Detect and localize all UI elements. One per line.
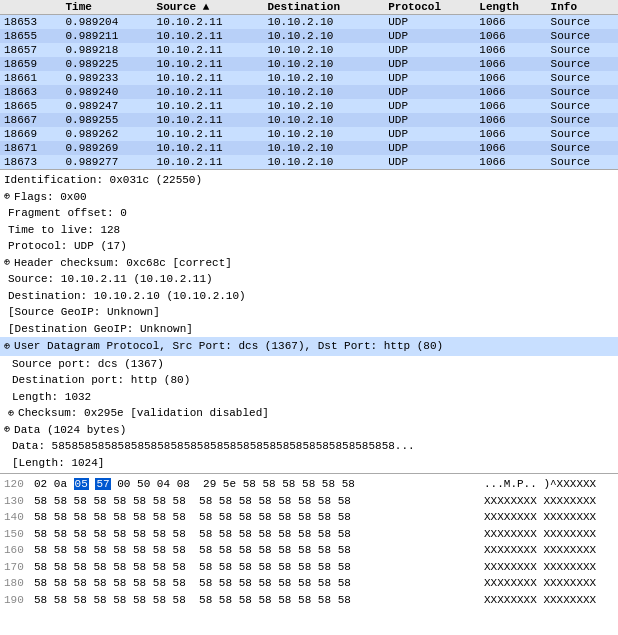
cell-info: Source xyxy=(547,99,618,113)
cell-no: 18669 xyxy=(0,127,61,141)
cell-info: Source xyxy=(547,141,618,155)
cell-no: 18665 xyxy=(0,99,61,113)
cell-protocol: UDP xyxy=(384,141,475,155)
fragment-offset-text: Fragment offset: 0 xyxy=(8,207,127,219)
hex-row: 170 58 58 58 58 58 58 58 58 58 58 58 58 … xyxy=(4,559,614,576)
cell-time: 0.989277 xyxy=(61,155,152,169)
data-value-text: Data: 5858585858585858585858585858585858… xyxy=(12,440,415,452)
cell-protocol: UDP xyxy=(384,57,475,71)
cell-protocol: UDP xyxy=(384,155,475,169)
cell-protocol: UDP xyxy=(384,43,475,57)
length-text: Length: 1032 xyxy=(12,391,91,403)
udp-expand-icon: ⊕ xyxy=(4,339,10,354)
col-source[interactable]: Source ▲ xyxy=(153,0,264,15)
cell-info: Source xyxy=(547,85,618,99)
cell-destination: 10.10.2.10 xyxy=(263,155,384,169)
table-row[interactable]: 18663 0.989240 10.10.2.11 10.10.2.10 UDP… xyxy=(0,85,618,99)
cell-length: 1066 xyxy=(475,85,546,99)
udp-header-line[interactable]: ⊕ User Datagram Protocol, Src Port: dcs … xyxy=(0,337,618,356)
flags-text: Flags: 0x00 xyxy=(14,189,87,206)
hex-bytes: 58 58 58 58 58 58 58 58 58 58 58 58 58 5… xyxy=(34,493,484,510)
cell-source: 10.10.2.11 xyxy=(153,85,264,99)
cell-no: 18663 xyxy=(0,85,61,99)
col-destination[interactable]: Destination xyxy=(263,0,384,15)
cell-time: 0.989233 xyxy=(61,71,152,85)
cell-time: 0.989204 xyxy=(61,15,152,30)
cell-source: 10.10.2.11 xyxy=(153,155,264,169)
hex-bytes: 58 58 58 58 58 58 58 58 58 58 58 58 58 5… xyxy=(34,575,484,592)
cell-protocol: UDP xyxy=(384,71,475,85)
table-row[interactable]: 18661 0.989233 10.10.2.11 10.10.2.10 UDP… xyxy=(0,71,618,85)
cell-length: 1066 xyxy=(475,15,546,30)
cell-length: 1066 xyxy=(475,57,546,71)
hex-bytes: 02 0a 05 57 00 50 04 08 29 5e 58 58 58 5… xyxy=(34,476,484,493)
cell-info: Source xyxy=(547,113,618,127)
data-section-line[interactable]: ⊕ Data (1024 bytes) xyxy=(4,422,614,439)
hex-highlight: 57 xyxy=(95,478,110,490)
cell-source: 10.10.2.11 xyxy=(153,15,264,30)
table-row[interactable]: 18657 0.989218 10.10.2.11 10.10.2.10 UDP… xyxy=(0,43,618,57)
hex-ascii: XXXXXXXX XXXXXXXX xyxy=(484,509,614,526)
data-length-line: [Length: 1024] xyxy=(4,455,614,472)
cell-source: 10.10.2.11 xyxy=(153,29,264,43)
cell-source: 10.10.2.11 xyxy=(153,113,264,127)
cell-destination: 10.10.2.10 xyxy=(263,71,384,85)
cell-length: 1066 xyxy=(475,113,546,127)
cell-destination: 10.10.2.10 xyxy=(263,127,384,141)
flags-line[interactable]: ⊕ Flags: 0x00 xyxy=(4,189,614,206)
data-label-text: Data (1024 bytes) xyxy=(14,422,126,439)
cell-protocol: UDP xyxy=(384,113,475,127)
cell-info: Source xyxy=(547,29,618,43)
source-ip-text: Source: 10.10.2.11 (10.10.2.11) xyxy=(8,273,213,285)
hex-offset: 170 xyxy=(4,559,34,576)
dst-port-line: Destination port: http (80) xyxy=(4,372,614,389)
hex-offset: 190 xyxy=(4,592,34,609)
hex-bytes: 58 58 58 58 58 58 58 58 58 58 58 58 58 5… xyxy=(34,526,484,543)
cell-info: Source xyxy=(547,43,618,57)
hex-pane: 120 02 0a 05 57 00 50 04 08 29 5e 58 58 … xyxy=(0,473,618,610)
table-row[interactable]: 18655 0.989211 10.10.2.11 10.10.2.10 UDP… xyxy=(0,29,618,43)
source-ip-line: Source: 10.10.2.11 (10.10.2.11) xyxy=(4,271,614,288)
cell-destination: 10.10.2.10 xyxy=(263,29,384,43)
hex-bytes: 58 58 58 58 58 58 58 58 58 58 58 58 58 5… xyxy=(34,542,484,559)
table-row[interactable]: 18653 0.989204 10.10.2.11 10.10.2.10 UDP… xyxy=(0,15,618,30)
hex-row: 190 58 58 58 58 58 58 58 58 58 58 58 58 … xyxy=(4,592,614,609)
hex-offset: 130 xyxy=(4,493,34,510)
hex-ascii: XXXXXXXX XXXXXXXX xyxy=(484,493,614,510)
cell-destination: 10.10.2.10 xyxy=(263,57,384,71)
length-line: Length: 1032 xyxy=(4,389,614,406)
table-row[interactable]: 18665 0.989247 10.10.2.11 10.10.2.10 UDP… xyxy=(0,99,618,113)
table-row[interactable]: 18659 0.989225 10.10.2.11 10.10.2.10 UDP… xyxy=(0,57,618,71)
col-length[interactable]: Length xyxy=(475,0,546,15)
cell-time: 0.989247 xyxy=(61,99,152,113)
cell-source: 10.10.2.11 xyxy=(153,127,264,141)
checksum-line[interactable]: ⊕ Header checksum: 0xc68c [correct] xyxy=(4,255,614,272)
cell-protocol: UDP xyxy=(384,29,475,43)
cell-source: 10.10.2.11 xyxy=(153,99,264,113)
detail-pane: Identification: 0x031c (22550) ⊕ Flags: … xyxy=(0,169,618,473)
col-time[interactable]: Time xyxy=(61,0,152,15)
table-row[interactable]: 18667 0.989255 10.10.2.11 10.10.2.10 UDP… xyxy=(0,113,618,127)
hex-offset: 140 xyxy=(4,509,34,526)
udp-checksum-line[interactable]: ⊕ Checksum: 0x295e [validation disabled] xyxy=(4,405,614,422)
table-row[interactable]: 18669 0.989262 10.10.2.11 10.10.2.10 UDP… xyxy=(0,127,618,141)
hex-ascii: XXXXXXXX XXXXXXXX xyxy=(484,592,614,609)
identification-line: Identification: 0x031c (22550) xyxy=(4,172,614,189)
cell-destination: 10.10.2.10 xyxy=(263,43,384,57)
cell-info: Source xyxy=(547,155,618,169)
data-length-text: [Length: 1024] xyxy=(12,457,104,469)
cell-length: 1066 xyxy=(475,127,546,141)
table-row[interactable]: 18673 0.989277 10.10.2.11 10.10.2.10 UDP… xyxy=(0,155,618,169)
table-row[interactable]: 18671 0.989269 10.10.2.11 10.10.2.10 UDP… xyxy=(0,141,618,155)
cell-destination: 10.10.2.10 xyxy=(263,15,384,30)
dest-ip-line: Destination: 10.10.2.10 (10.10.2.10) xyxy=(4,288,614,305)
col-info[interactable]: Info xyxy=(547,0,618,15)
cell-no: 18661 xyxy=(0,71,61,85)
hex-row: 130 58 58 58 58 58 58 58 58 58 58 58 58 … xyxy=(4,493,614,510)
data-expand-icon: ⊕ xyxy=(4,422,10,437)
cell-info: Source xyxy=(547,57,618,71)
col-protocol[interactable]: Protocol xyxy=(384,0,475,15)
src-port-text: Source port: dcs (1367) xyxy=(12,358,164,370)
hex-ascii: XXXXXXXX XXXXXXXX xyxy=(484,559,614,576)
dest-geoip-line: [Destination GeoIP: Unknown] xyxy=(4,321,614,338)
